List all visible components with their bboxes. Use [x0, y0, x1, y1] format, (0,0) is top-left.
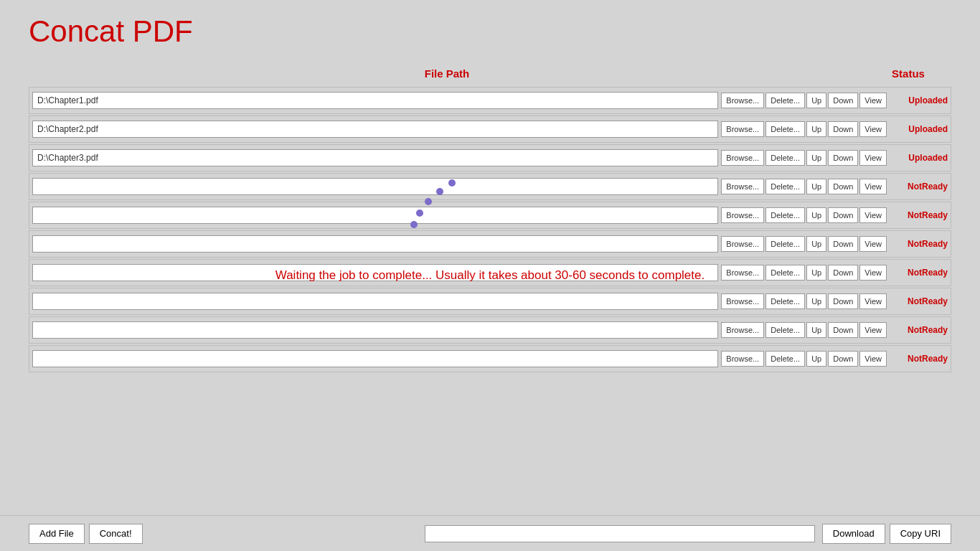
up-button[interactable]: Up: [806, 351, 826, 367]
table-row: Browse...Delete...UpDownViewUploaded: [29, 144, 951, 171]
delete-button[interactable]: Delete...: [765, 265, 805, 281]
row-buttons: Browse...Delete...UpDownView: [721, 121, 887, 137]
delete-button[interactable]: Delete...: [765, 93, 805, 108]
view-button[interactable]: View: [859, 322, 887, 338]
down-button[interactable]: Down: [828, 265, 858, 281]
down-button[interactable]: Down: [828, 93, 858, 108]
down-button[interactable]: Down: [828, 121, 858, 137]
up-button[interactable]: Up: [806, 93, 826, 108]
copy-uri-button[interactable]: Copy URI: [890, 524, 951, 544]
view-button[interactable]: View: [859, 351, 887, 367]
browse-button[interactable]: Browse...: [721, 265, 764, 281]
view-button[interactable]: View: [859, 265, 887, 281]
down-button[interactable]: Down: [828, 236, 858, 252]
delete-button[interactable]: Delete...: [765, 179, 805, 194]
status-badge: Uploaded: [887, 124, 948, 134]
delete-button[interactable]: Delete...: [765, 150, 805, 166]
view-button[interactable]: View: [859, 207, 887, 223]
up-button[interactable]: Up: [806, 265, 826, 281]
download-button[interactable]: Download: [822, 524, 885, 544]
file-path-input[interactable]: [32, 235, 718, 253]
status-badge: NotReady: [887, 325, 948, 335]
down-button[interactable]: Down: [828, 351, 858, 367]
row-buttons: Browse...Delete...UpDownView: [721, 207, 887, 223]
status-badge: NotReady: [887, 239, 948, 249]
delete-button[interactable]: Delete...: [765, 351, 805, 367]
down-button[interactable]: Down: [828, 179, 858, 194]
row-buttons: Browse...Delete...UpDownView: [721, 179, 887, 194]
delete-button[interactable]: Delete...: [765, 322, 805, 338]
table-row: Browse...Delete...UpDownViewNotReady: [29, 173, 951, 200]
down-button[interactable]: Down: [828, 293, 858, 309]
col-filepath-header: File Path: [29, 67, 865, 80]
status-badge: NotReady: [887, 296, 948, 306]
file-rows-container: Browse...Delete...UpDownViewUploadedBrow…: [29, 87, 951, 372]
delete-button[interactable]: Delete...: [765, 236, 805, 252]
up-button[interactable]: Up: [806, 179, 826, 194]
bottom-left-actions: Add File Concat!: [29, 524, 418, 544]
status-badge: Uploaded: [887, 95, 948, 105]
down-button[interactable]: Down: [828, 207, 858, 223]
row-buttons: Browse...Delete...UpDownView: [721, 150, 887, 166]
file-path-input[interactable]: [32, 350, 718, 367]
browse-button[interactable]: Browse...: [721, 121, 764, 137]
browse-button[interactable]: Browse...: [721, 236, 764, 252]
status-badge: NotReady: [887, 268, 948, 278]
file-path-input[interactable]: [32, 149, 718, 166]
status-badge: NotReady: [887, 182, 948, 192]
status-badge: NotReady: [887, 354, 948, 364]
up-button[interactable]: Up: [806, 150, 826, 166]
table-row: Browse...Delete...UpDownViewNotReady: [29, 345, 951, 372]
delete-button[interactable]: Delete...: [765, 293, 805, 309]
add-file-button[interactable]: Add File: [29, 524, 85, 544]
view-button[interactable]: View: [859, 293, 887, 309]
bottom-bar: Add File Concat! Download Copy URI: [0, 515, 980, 551]
row-buttons: Browse...Delete...UpDownView: [721, 322, 887, 338]
down-button[interactable]: Down: [828, 322, 858, 338]
file-path-input[interactable]: [32, 92, 718, 109]
bottom-right-actions: Download Copy URI: [822, 524, 951, 544]
up-button[interactable]: Up: [806, 121, 826, 137]
file-path-input[interactable]: [32, 293, 718, 310]
status-badge: Uploaded: [887, 153, 948, 163]
app-title: Concat PDF: [0, 0, 980, 56]
table-row: Browse...Delete...UpDownViewNotReady: [29, 230, 951, 258]
view-button[interactable]: View: [859, 93, 887, 108]
file-path-input[interactable]: [32, 264, 718, 281]
view-button[interactable]: View: [859, 179, 887, 194]
table-row: Browse...Delete...UpDownViewNotReady: [29, 316, 951, 344]
view-button[interactable]: View: [859, 236, 887, 252]
up-button[interactable]: Up: [806, 207, 826, 223]
up-button[interactable]: Up: [806, 293, 826, 309]
row-buttons: Browse...Delete...UpDownView: [721, 236, 887, 252]
row-buttons: Browse...Delete...UpDownView: [721, 93, 887, 108]
browse-button[interactable]: Browse...: [721, 293, 764, 309]
table-row: Browse...Delete...UpDownViewNotReady: [29, 288, 951, 315]
delete-button[interactable]: Delete...: [765, 207, 805, 223]
up-button[interactable]: Up: [806, 236, 826, 252]
file-path-input[interactable]: [32, 321, 718, 339]
browse-button[interactable]: Browse...: [721, 150, 764, 166]
browse-button[interactable]: Browse...: [721, 322, 764, 338]
file-path-input[interactable]: [32, 121, 718, 138]
row-buttons: Browse...Delete...UpDownView: [721, 351, 887, 367]
row-buttons: Browse...Delete...UpDownView: [721, 293, 887, 309]
table-row: Browse...Delete...UpDownViewUploaded: [29, 87, 951, 114]
up-button[interactable]: Up: [806, 322, 826, 338]
view-button[interactable]: View: [859, 121, 887, 137]
browse-button[interactable]: Browse...: [721, 93, 764, 108]
view-button[interactable]: View: [859, 150, 887, 166]
table-row: Browse...Delete...UpDownViewNotReady: [29, 202, 951, 229]
table-header: File Path Status: [29, 63, 951, 84]
main-content: File Path Status Browse...Delete...UpDow…: [0, 56, 980, 431]
file-path-input[interactable]: [32, 178, 718, 195]
file-path-input[interactable]: [32, 207, 718, 224]
table-row: Browse...Delete...UpDownViewUploaded: [29, 116, 951, 143]
delete-button[interactable]: Delete...: [765, 121, 805, 137]
browse-button[interactable]: Browse...: [721, 351, 764, 367]
browse-button[interactable]: Browse...: [721, 207, 764, 223]
progress-bar: [425, 525, 815, 542]
concat-button[interactable]: Concat!: [89, 524, 143, 544]
down-button[interactable]: Down: [828, 150, 858, 166]
browse-button[interactable]: Browse...: [721, 179, 764, 194]
